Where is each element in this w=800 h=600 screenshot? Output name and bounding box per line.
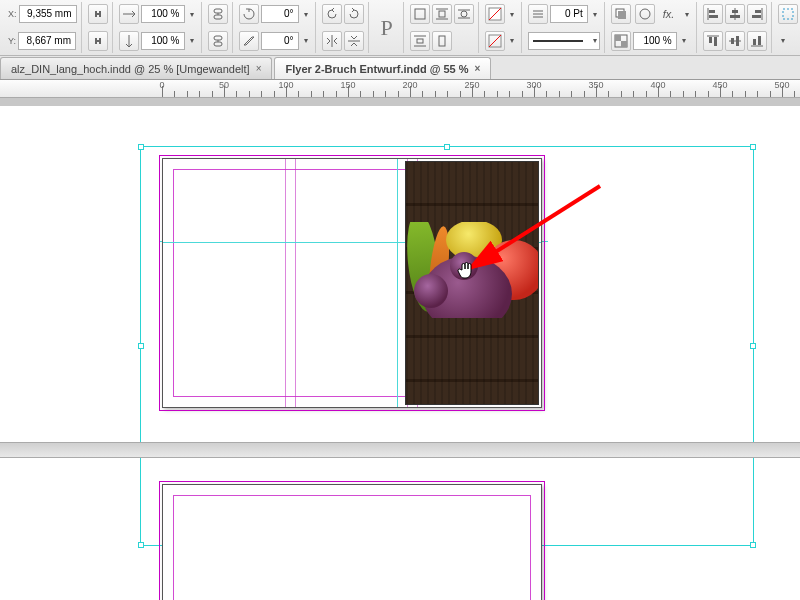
constrain-wh-icon[interactable] (88, 4, 108, 24)
stroke-swatch-icon[interactable] (485, 31, 505, 51)
svg-rect-6 (415, 9, 425, 19)
svg-rect-23 (709, 10, 715, 13)
svg-rect-29 (755, 10, 761, 13)
chevron-down-icon[interactable]: ▾ (507, 32, 517, 50)
rotate-cw-icon[interactable] (344, 4, 364, 24)
align-top-icon[interactable] (703, 31, 723, 51)
svg-rect-4 (214, 42, 222, 46)
spread-bottom[interactable] (162, 484, 542, 600)
stroke-style-dropdown[interactable] (528, 32, 600, 50)
svg-rect-21 (621, 41, 627, 47)
chevron-down-icon[interactable]: ▾ (187, 5, 197, 23)
spread-gap (0, 442, 800, 458)
x-field[interactable] (19, 5, 77, 23)
wrap-jump-icon[interactable] (410, 31, 430, 51)
position-group: X: Y: (4, 2, 82, 53)
chevron-down-icon[interactable]: ▾ (301, 32, 311, 50)
chevron-down-icon[interactable]: ▾ (507, 5, 517, 23)
fill-swatch-icon[interactable] (485, 4, 505, 24)
svg-rect-24 (709, 15, 718, 18)
control-panel: X: Y: ▾ ▾ (0, 0, 800, 56)
paragraph-style-icon[interactable]: P (375, 15, 399, 41)
feather-icon[interactable] (635, 4, 655, 24)
svg-rect-1 (214, 15, 222, 19)
flip-vertical-icon[interactable] (344, 31, 364, 51)
ruler-label: 50 (219, 80, 229, 90)
svg-rect-30 (752, 15, 761, 18)
drop-shadow-icon[interactable] (611, 4, 631, 24)
wrap-column-icon[interactable] (432, 31, 452, 51)
tab-inactive[interactable]: alz_DIN_lang_hoch.indd @ 25 % [Umgewande… (0, 57, 272, 79)
paragraph-icon-group: P (371, 2, 404, 53)
constrain-wh-icon[interactable] (88, 31, 108, 51)
scale-x-field[interactable] (141, 5, 185, 23)
svg-rect-9 (417, 39, 423, 43)
close-icon[interactable]: × (475, 58, 481, 80)
shear-field[interactable] (261, 32, 299, 50)
svg-rect-36 (736, 36, 739, 46)
chevron-down-icon[interactable]: ▾ (301, 5, 311, 23)
svg-rect-33 (714, 37, 717, 46)
ruler-label: 500 (774, 80, 789, 90)
wrap-none-icon[interactable] (410, 4, 430, 24)
ruler-label: 250 (464, 80, 479, 90)
constrain-scale-icon[interactable] (208, 4, 228, 24)
chevron-down-icon[interactable]: ▾ (590, 5, 600, 23)
align-bottom-icon[interactable] (747, 31, 767, 51)
image-frame[interactable] (405, 161, 539, 405)
opacity-field[interactable] (633, 32, 677, 50)
svg-rect-0 (214, 9, 222, 13)
spread-top[interactable] (162, 158, 542, 408)
scale-y-field[interactable] (141, 32, 185, 50)
stroke-weight-field[interactable] (550, 5, 588, 23)
document-tabs: alz_DIN_lang_hoch.indd @ 25 % [Umgewande… (0, 56, 800, 80)
y-field[interactable] (18, 32, 76, 50)
svg-rect-17 (618, 11, 626, 19)
align-middle-icon[interactable] (725, 31, 745, 51)
select-container-icon[interactable] (778, 4, 798, 24)
wrap-bounding-icon[interactable] (432, 4, 452, 24)
tab-label: alz_DIN_lang_hoch.indd @ 25 % [Umgewande… (11, 58, 250, 80)
link-scale-group (204, 2, 233, 53)
flip-horizontal-icon[interactable] (322, 31, 342, 51)
scale-x-icon (119, 4, 139, 24)
svg-rect-26 (732, 10, 738, 13)
margin-guide (173, 495, 531, 600)
align-right-icon[interactable] (747, 4, 767, 24)
svg-rect-27 (730, 15, 740, 18)
effects-group: fx. ▾ ▾ (607, 2, 698, 53)
svg-rect-20 (615, 35, 621, 41)
pasteboard-edge (0, 98, 800, 106)
align-center-icon[interactable] (725, 4, 745, 24)
constrain-scale-icon[interactable] (208, 31, 228, 51)
chevron-down-icon[interactable]: ▾ (187, 32, 197, 50)
ruler-label: 150 (340, 80, 355, 90)
svg-rect-40 (783, 9, 793, 19)
ruler-label: 450 (712, 80, 727, 90)
align-group (699, 2, 772, 53)
chevron-down-icon[interactable]: ▾ (679, 32, 689, 50)
ruler-label: 350 (588, 80, 603, 90)
wrap-shape-icon[interactable] (454, 4, 474, 24)
tab-active[interactable]: Flyer 2-Bruch Entwurf.indd @ 55 % × (274, 57, 491, 79)
rotate-shear-group: ▾ ▾ (235, 2, 316, 53)
close-icon[interactable]: × (256, 58, 262, 80)
document-canvas[interactable] (0, 98, 800, 600)
chevron-down-icon[interactable]: ▾ (778, 32, 788, 50)
horizontal-ruler[interactable]: 050100150200250300350400450500 (0, 80, 800, 98)
align-left-icon[interactable] (703, 4, 723, 24)
chevron-down-icon[interactable]: ▾ (682, 5, 692, 23)
svg-rect-35 (731, 38, 734, 44)
ruler-label: 0 (159, 80, 164, 90)
rotate-ccw-icon[interactable] (322, 4, 342, 24)
shear-icon (239, 31, 259, 51)
svg-rect-3 (214, 36, 222, 40)
guide-vertical[interactable] (397, 159, 398, 407)
svg-point-18 (640, 9, 650, 19)
svg-rect-32 (709, 37, 712, 43)
y-label: Y: (8, 36, 16, 46)
rotate-field[interactable] (261, 5, 299, 23)
column-guide (285, 159, 286, 407)
fx-label[interactable]: fx. (659, 8, 679, 20)
rotate-icon (239, 4, 259, 24)
